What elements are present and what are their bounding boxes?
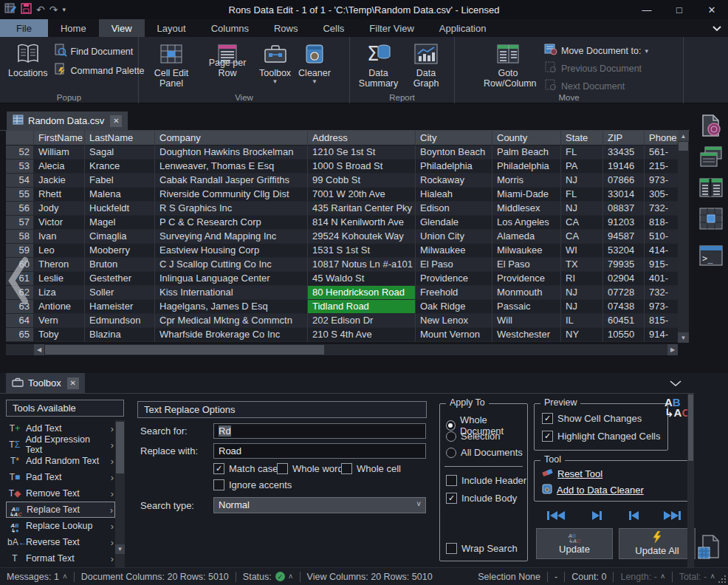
page-per-row-button[interactable]: Page per Row: [199, 40, 255, 80]
tool-item-add-random-text[interactable]: T*Add Random Text›: [6, 453, 115, 469]
scroll-up-icon[interactable]: ▲: [678, 131, 689, 141]
cell[interactable]: Mooberry: [85, 244, 155, 258]
status-expand-icon[interactable]: ˄: [289, 572, 293, 581]
next-match-icon[interactable]: [591, 510, 602, 524]
cell[interactable]: 561-: [645, 146, 678, 160]
cell[interactable]: 818-: [645, 216, 678, 230]
document-tab-close-icon[interactable]: ✕: [110, 115, 122, 127]
cell[interactable]: 973-: [645, 300, 678, 314]
cell[interactable]: 305-: [645, 188, 678, 202]
cell[interactable]: Monmouth: [492, 286, 561, 300]
tool-scroll-down-icon[interactable]: ▼: [115, 544, 125, 554]
cell[interactable]: Jackie: [34, 174, 85, 188]
command-palette-button[interactable]: Command Palette: [52, 62, 147, 79]
grid-corner[interactable]: [6, 131, 34, 146]
wrap-search-checkbox[interactable]: Wrap Search: [446, 543, 518, 554]
tool-expand-chevron-icon[interactable]: ›: [111, 423, 114, 434]
tool-item-add-expression-text[interactable]: TΣAdd Expression Text›: [6, 437, 115, 453]
tool-expand-chevron-icon[interactable]: ›: [111, 456, 114, 467]
tool-scroll-thumb[interactable]: [116, 422, 124, 473]
cell[interactable]: 33435: [603, 146, 645, 160]
cell[interactable]: Leo: [34, 244, 85, 258]
cell[interactable]: Edison: [416, 202, 492, 216]
cell[interactable]: Blazina: [85, 328, 155, 342]
row-header-54[interactable]: 54: [6, 174, 34, 188]
cell[interactable]: William: [34, 146, 85, 160]
cell[interactable]: Sagal: [85, 146, 155, 160]
search-for-input[interactable]: Rd: [213, 423, 426, 439]
cell[interactable]: Fabel: [85, 174, 155, 188]
tool-item-replace-text[interactable]: AB↳ACReplace Text›: [6, 502, 115, 518]
undo-icon[interactable]: ↶: [36, 4, 45, 16]
cell[interactable]: Edmundson: [85, 314, 155, 328]
cell[interactable]: Magel: [85, 216, 155, 230]
show-cell-changes-checkbox[interactable]: Show Cell Changes: [542, 413, 642, 424]
app-icon[interactable]: [4, 2, 16, 17]
menu-tab-layout[interactable]: Layout: [145, 19, 199, 37]
move-document-to-button[interactable]: Move Document to: ▾: [542, 43, 650, 58]
cell[interactable]: 19146: [603, 160, 645, 174]
column-header-city[interactable]: City: [416, 131, 492, 146]
cell[interactable]: Rhett: [34, 188, 85, 202]
cell[interactable]: Cpr Medical Mktng & Commctn: [155, 314, 308, 328]
cell[interactable]: CA: [561, 230, 603, 244]
cell[interactable]: Cimaglia: [85, 230, 155, 244]
cell[interactable]: WI: [561, 244, 603, 258]
cell[interactable]: 33014: [603, 188, 645, 202]
update-all-button[interactable]: Update All: [619, 528, 696, 559]
panel-scrollbar[interactable]: [687, 394, 694, 567]
include-header-checkbox[interactable]: Include Header: [446, 475, 526, 486]
replace-with-input[interactable]: Road: [213, 443, 426, 459]
cell[interactable]: 07728: [603, 286, 645, 300]
cell[interactable]: Philadelphia: [416, 160, 492, 174]
tool-item-pad-text[interactable]: T■Pad Text›: [6, 469, 115, 485]
paste-document-icon[interactable]: [697, 534, 721, 564]
cell[interactable]: 215-: [645, 160, 678, 174]
redo-icon[interactable]: ↷: [49, 4, 58, 16]
cell[interactable]: CA: [561, 216, 603, 230]
tool-item-remove-text[interactable]: T◆Remove Text›: [6, 485, 115, 502]
cell[interactable]: 914-: [645, 328, 678, 342]
close-button[interactable]: ✕: [696, 0, 728, 19]
maximize-button[interactable]: □: [663, 0, 696, 19]
tool-expand-chevron-icon[interactable]: ›: [111, 521, 114, 532]
cell[interactable]: NJ: [561, 286, 603, 300]
cell[interactable]: El Paso: [492, 258, 561, 272]
cell[interactable]: NJ: [561, 174, 603, 188]
cell[interactable]: Hagelgans, James D Esq: [155, 300, 308, 314]
update-button[interactable]: AB↳AC Update: [536, 528, 613, 559]
document-record-icon[interactable]: [699, 114, 723, 137]
cell[interactable]: 79935: [603, 258, 645, 272]
cell[interactable]: Lenweaver, Thomas E Esq: [155, 160, 308, 174]
cleaner-button[interactable]: Cleaner ▼: [295, 40, 334, 86]
cell[interactable]: 732-: [645, 202, 678, 216]
cell[interactable]: 08837: [603, 202, 645, 216]
scroll-left-icon[interactable]: ◀: [34, 344, 44, 355]
cell[interactable]: 02904: [603, 272, 645, 286]
last-match-icon[interactable]: [663, 510, 682, 524]
menu-tab-home[interactable]: Home: [48, 19, 99, 37]
minimize-button[interactable]: —: [631, 0, 663, 19]
menu-tab-cells[interactable]: Cells: [310, 19, 357, 37]
cell[interactable]: 45 Waldo St: [308, 272, 416, 286]
add-to-data-cleaner-link[interactable]: Add to Data Cleaner: [542, 484, 644, 496]
cell[interactable]: 915-: [645, 258, 678, 272]
cell[interactable]: 815-: [645, 314, 678, 328]
cell[interactable]: 732-: [645, 286, 678, 300]
goto-row-column-button[interactable]: Goto Row/Column: [480, 40, 536, 90]
cell[interactable]: Bruton: [85, 258, 155, 272]
row-header-65[interactable]: 65: [6, 328, 34, 342]
cell[interactable]: 80 Hendrickson Road: [308, 286, 416, 300]
tool-expand-chevron-icon[interactable]: ›: [110, 504, 113, 516]
tool-item-replace-lookup[interactable]: AB↳●Replace Lookup›: [6, 518, 115, 534]
row-header-55[interactable]: 55: [6, 188, 34, 202]
status-messages[interactable]: Messages: 1 ˄: [0, 572, 74, 582]
cell[interactable]: 7001 W 20th Ave: [308, 188, 416, 202]
cell[interactable]: 401-: [645, 272, 678, 286]
ignore-accents-checkbox[interactable]: Ignore accents: [213, 479, 292, 490]
cell[interactable]: Tidland Road: [308, 300, 416, 314]
selection-radio[interactable]: Selection: [446, 431, 500, 442]
cell[interactable]: FL: [561, 188, 603, 202]
cell[interactable]: Philadelphia: [492, 160, 561, 174]
status-indicator[interactable]: Status: ✓ ˄: [236, 572, 300, 582]
